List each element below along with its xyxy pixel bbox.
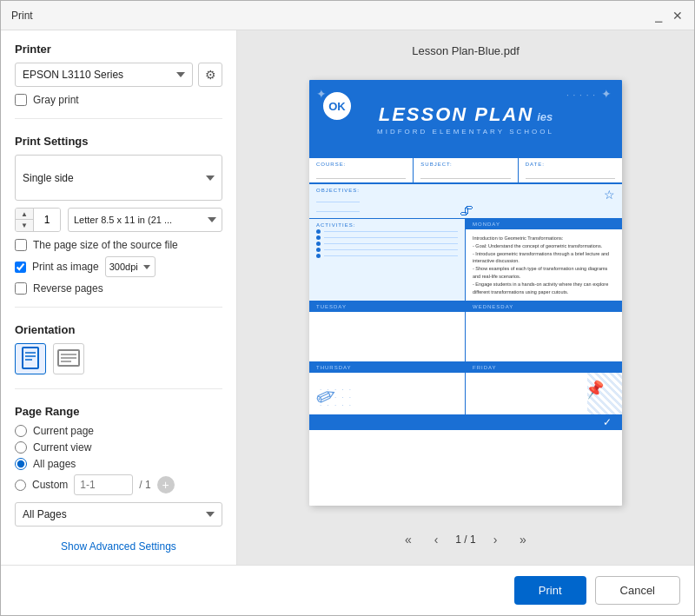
- orientation-row: [15, 343, 222, 374]
- portrait-button[interactable]: [15, 343, 46, 374]
- copies-control: ▲ ▼ 1: [15, 208, 61, 232]
- reverse-pages-checkbox[interactable]: [15, 282, 27, 295]
- last-page-button[interactable]: »: [512, 528, 534, 551]
- bottom-bar: Print Cancel: [1, 565, 694, 615]
- paper-select[interactable]: Letter 8.5 x 11 in (21 ...: [68, 208, 222, 232]
- lp-star-icon: ☆: [604, 188, 615, 202]
- lp-date-label: DATE:: [526, 162, 615, 167]
- lp-tuesday-header: TUESDAY: [309, 301, 465, 312]
- title-bar: Print ⎯ ✕: [1, 1, 694, 30]
- copies-row: ▲ ▼ 1 Letter 8.5 x 11 in (21 ...: [15, 208, 222, 232]
- current-page-radio[interactable]: [15, 425, 27, 437]
- current-page-label[interactable]: Current page: [33, 425, 94, 437]
- lp-monday-header: MONDAY: [466, 219, 622, 229]
- printer-settings-button[interactable]: ⚙: [198, 63, 222, 87]
- custom-radio[interactable]: [15, 480, 26, 491]
- landscape-icon: [56, 348, 81, 370]
- lp-act-bullet1: [316, 229, 321, 234]
- svg-rect-0: [23, 348, 38, 368]
- lp-act-item1: [316, 229, 458, 234]
- lp-wednesday-cell: WEDNESDAY: [466, 301, 622, 362]
- left-panel: Printer EPSON L3110 Series ⚙ Gray print …: [1, 30, 237, 565]
- lp-subject-line: [420, 170, 510, 179]
- print-as-image-checkbox[interactable]: [15, 262, 26, 273]
- lp-wednesday-header: WEDNESDAY: [466, 301, 622, 312]
- lp-date-line: [526, 170, 615, 179]
- lp-course-line: [316, 170, 406, 179]
- preview-area: ✦ OK LESSON PLAN ies MIDFORD ELEMENTARY …: [251, 68, 680, 518]
- print-as-image-label[interactable]: Print as image: [32, 261, 99, 273]
- lp-act-line2: [324, 237, 458, 238]
- lp-monday-cell: MONDAY Introduction to Geometric Transfo…: [466, 219, 622, 301]
- prev-page-button[interactable]: ‹: [425, 528, 447, 551]
- clip-icon: 🖇: [460, 203, 473, 219]
- lp-obj-label: OBJECTIVES:: [316, 188, 360, 193]
- lp-wednesday-label: WEDNESDAY: [473, 304, 615, 309]
- reverse-pages-label[interactable]: Reverse pages: [33, 282, 103, 295]
- custom-range-input[interactable]: [74, 474, 133, 495]
- dpi-select[interactable]: 300dpi 150dpi 600dpi: [105, 256, 156, 277]
- custom-add-button[interactable]: +: [157, 476, 175, 493]
- all-pages-row: All pages: [15, 458, 222, 470]
- gear-icon: ⚙: [205, 68, 216, 82]
- printer-row: EPSON L3110 Series ⚙: [15, 63, 222, 87]
- lp-thursday-header: THURSDAY: [309, 362, 465, 373]
- lp-act-item3: [316, 242, 458, 246]
- lp-act-bullet3: [316, 242, 321, 246]
- copies-input[interactable]: 1: [34, 209, 60, 231]
- lp-friday-cell: FRIDAY 📌: [466, 362, 622, 414]
- lp-course-label: COURSE:: [316, 162, 406, 167]
- lp-act-line4: [324, 249, 458, 250]
- lp-body: ACTIVITIES: 🖇: [309, 219, 622, 430]
- document-preview: ✦ OK LESSON PLAN ies MIDFORD ELEMENTARY …: [309, 80, 622, 506]
- lp-subtitle: MIDFORD ELEMENTARY SCHOOL: [377, 128, 554, 136]
- lp-act-bullet4: [316, 248, 321, 252]
- first-page-button[interactable]: «: [397, 528, 420, 551]
- lp-ok-badge: OK: [321, 90, 353, 122]
- lp-subject-field: SUBJECT:: [414, 158, 518, 182]
- next-page-button[interactable]: ›: [484, 528, 506, 551]
- close-button[interactable]: ✕: [672, 10, 684, 22]
- gray-print-label[interactable]: Gray print: [33, 94, 79, 106]
- title-bar-controls: ⎯ ✕: [652, 10, 684, 22]
- main-content: Printer EPSON L3110 Series ⚙ Gray print …: [1, 30, 694, 565]
- print-button[interactable]: Print: [514, 576, 586, 605]
- landscape-button[interactable]: [53, 343, 84, 374]
- lp-title-accent: ies: [537, 110, 553, 123]
- portrait-icon: [21, 346, 40, 373]
- copies-down-button[interactable]: ▼: [16, 220, 33, 231]
- current-page-row: Current page: [15, 425, 222, 437]
- current-view-radio[interactable]: [15, 441, 27, 454]
- all-pages-label[interactable]: All pages: [33, 458, 76, 470]
- lp-thursday-label: THURSDAY: [316, 365, 458, 370]
- orientation-label: Orientation: [15, 323, 222, 336]
- printer-select[interactable]: EPSON L3110 Series: [15, 63, 193, 87]
- lp-obj-line2: [316, 205, 360, 212]
- lp-act-item4: [316, 248, 458, 252]
- gray-print-row: Gray print: [15, 94, 222, 106]
- checkmark-icon: ✓: [603, 416, 612, 428]
- dialog-title: Print: [11, 10, 33, 22]
- lp-title: LESSON PLAN: [379, 103, 533, 126]
- lp-activities-cell: ACTIVITIES: 🖇: [309, 219, 466, 301]
- pagination-bar: « ‹ 1 / 1 › »: [397, 528, 534, 551]
- side-select[interactable]: Single side: [15, 155, 222, 201]
- print-settings-label: Print Settings: [15, 135, 222, 148]
- page-size-checkbox[interactable]: [15, 239, 27, 251]
- reverse-pages-row: Reverse pages: [15, 282, 222, 295]
- current-view-label[interactable]: Current view: [33, 441, 91, 454]
- gray-print-checkbox[interactable]: [15, 94, 27, 106]
- lp-subject-label: SUBJECT:: [420, 162, 510, 167]
- advanced-settings-link[interactable]: Show Advanced Settings: [15, 540, 222, 553]
- lp-monday-content: Introduction to Geometric Transformation…: [466, 229, 622, 301]
- minimize-button[interactable]: ⎯: [652, 10, 665, 22]
- page-size-label[interactable]: The page size of the source file: [33, 239, 178, 251]
- lp-act-bullet2: [316, 235, 321, 240]
- copies-up-button[interactable]: ▲: [16, 209, 33, 220]
- custom-label[interactable]: Custom: [32, 479, 68, 491]
- lp-fields-row: COURSE: SUBJECT: DATE:: [309, 158, 622, 184]
- page-size-row: The page size of the source file: [15, 239, 222, 251]
- all-pages-select[interactable]: All Pages Odd Pages Even Pages: [15, 502, 222, 527]
- all-pages-radio[interactable]: [15, 458, 27, 470]
- cancel-button[interactable]: Cancel: [595, 576, 680, 605]
